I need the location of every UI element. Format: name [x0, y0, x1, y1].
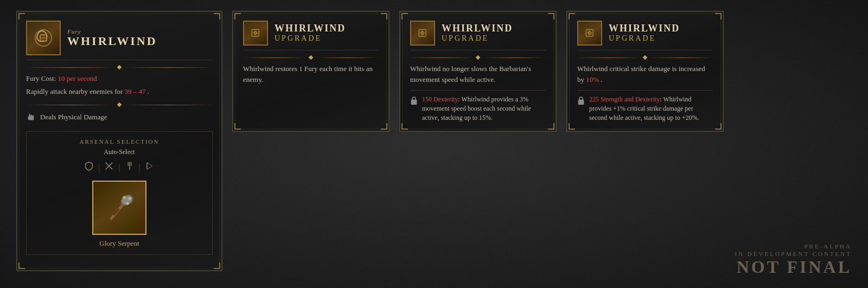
upgrade3-description-value: 10% [586, 75, 599, 84]
damage-description: Rapidly attack nearby enemies for 39 – 4… [26, 86, 213, 97]
shield-icon [84, 161, 94, 171]
svg-rect-7 [31, 114, 33, 117]
upgrade2-skill-name: WHIRLWIND [442, 23, 513, 34]
upgrade1-body: Whirlwind restores 1 Fury each time it h… [243, 63, 379, 85]
arsenal-section: ARSENAL SELECTION Auto-Select | | | [26, 131, 213, 255]
fist-icon [26, 112, 36, 122]
upgrade3-header: WHIRLWIND UPGRADE [577, 21, 713, 50]
watermark-line1: PRE-ALPHA [735, 243, 852, 249]
upgrade3-title-block: WHIRLWIND UPGRADE [609, 23, 680, 42]
card-body: Fury Cost: 10 per second Rapidly attack … [26, 73, 213, 255]
fury-cost-value: 10 per second [58, 74, 97, 82]
card-title-block: Fury WHIRLWIND [67, 28, 157, 48]
upgrade3-skill-name: WHIRLWIND [609, 23, 680, 34]
upgrade2-req-label: 150 Dexterity [422, 95, 458, 103]
upgrade-cards-row: WHIRLWIND UPGRADE Whirlwind restores 1 F… [232, 11, 724, 132]
watermark-line2: IN DEVELOPMENT CONTENT [735, 251, 852, 257]
svg-rect-8 [33, 115, 34, 117]
upgrade1-header: WHIRLWIND UPGRADE [243, 21, 379, 50]
divider-diamond [117, 65, 122, 69]
watermark-line3: NOT FINAL [735, 257, 852, 277]
bow-icon [145, 161, 155, 171]
arsenal-subtitle: Auto-Select [33, 147, 206, 157]
upgrade3-req-bonus: 225 Strength and Dexterity: Whirlwind pr… [577, 90, 713, 122]
physical-damage-line: Deals Physical Damage [26, 112, 213, 123]
divider-2 [26, 103, 213, 106]
arsenal-title: ARSENAL SELECTION [33, 137, 206, 146]
divider-line-left [26, 67, 114, 68]
svg-point-23 [126, 202, 129, 205]
svg-line-17 [147, 166, 152, 169]
upgrade1-divider [243, 56, 379, 59]
svg-point-33 [421, 31, 424, 35]
upgrade-card-2: WHIRLWIND UPGRADE Whirlwind no longer sl… [399, 11, 557, 132]
trident-icon [125, 161, 135, 171]
damage-range: 39 – 47 [125, 87, 146, 95]
skill-name-label: WHIRLWIND [67, 35, 157, 48]
svg-point-29 [254, 31, 257, 35]
upgrade1-description: Whirlwind restores 1 Fury each time it h… [243, 65, 373, 84]
divider-line-right [124, 67, 213, 68]
weapon-item: Glory Serpent [33, 181, 206, 249]
upgrade2-body: Whirlwind no longer slows the Barbarian'… [410, 63, 546, 122]
fury-cost-label: Fury Cost: [26, 74, 56, 82]
upgrade-card-1: WHIRLWIND UPGRADE Whirlwind restores 1 F… [232, 11, 390, 132]
physical-damage-label: Deals Physical Damage [40, 112, 107, 123]
lock-icon-2 [577, 95, 585, 108]
divider [26, 66, 213, 69]
upgrade2-req-bonus: 150 Dexterity: Whirlwind provides a 3% m… [410, 90, 546, 122]
svg-rect-6 [29, 114, 30, 117]
upgrade1-icon-badge [243, 21, 268, 46]
svg-rect-34 [411, 100, 417, 105]
upgrade2-req-text: 150 Dexterity: Whirlwind provides a 3% m… [422, 95, 546, 122]
weapon-image [100, 189, 138, 227]
upgrade3-req-text: 225 Strength and Dexterity: Whirlwind pr… [589, 95, 713, 122]
svg-rect-39 [578, 100, 584, 105]
upgrade1-title-block: WHIRLWIND UPGRADE [275, 23, 346, 42]
sep-2: | [118, 161, 120, 174]
svg-line-25 [116, 209, 119, 213]
svg-point-22 [129, 197, 131, 200]
damage-suffix: . [148, 87, 149, 95]
fury-cost-line: Fury Cost: 10 per second [26, 73, 213, 84]
upgrade2-title-block: WHIRLWIND UPGRADE [442, 23, 513, 42]
upgrade2-subtitle: UPGRADE [442, 34, 513, 42]
main-skill-card: Fury WHIRLWIND Fury Cost: 10 per second … [16, 11, 222, 271]
crossed-swords-icon [104, 161, 114, 171]
upgrade3-divider [577, 56, 713, 59]
upgrade3-body: Whirlwind critical strike damage is incr… [577, 63, 713, 122]
upgrade1-skill-name: WHIRLWIND [275, 23, 346, 34]
weapon-image-box [92, 181, 146, 235]
svg-point-21 [123, 196, 126, 199]
watermark: PRE-ALPHA IN DEVELOPMENT CONTENT NOT FIN… [735, 243, 852, 277]
upgrade3-description-end: . [601, 75, 602, 84]
upgrade1-subtitle: UPGRADE [275, 34, 346, 42]
skill-icon-badge [26, 21, 61, 55]
upgrade3-subtitle: UPGRADE [609, 34, 680, 42]
upgrade2-description: Whirlwind no longer slows the Barbarian'… [410, 65, 531, 84]
svg-line-16 [147, 163, 152, 166]
sep-3: | [139, 161, 141, 174]
upgrade-card-3: WHIRLWIND UPGRADE Whirlwind critical str… [566, 11, 724, 132]
card-header: Fury WHIRLWIND [26, 21, 213, 60]
sep-1: | [98, 161, 100, 174]
weapon-name-label: Glory Serpent [99, 238, 139, 249]
description-text: Rapidly attack nearby enemies for [26, 87, 123, 95]
upgrade3-req-label: 225 Strength and Dexterity [589, 95, 660, 103]
weapon-type-icons: | | | [33, 161, 206, 174]
upgrade2-icon-badge [410, 21, 435, 46]
upgrade2-divider [410, 56, 546, 59]
lock-icon [410, 95, 418, 108]
svg-point-38 [588, 31, 591, 35]
upgrade2-header: WHIRLWIND UPGRADE [410, 21, 546, 50]
upgrade3-icon-badge [577, 21, 602, 46]
